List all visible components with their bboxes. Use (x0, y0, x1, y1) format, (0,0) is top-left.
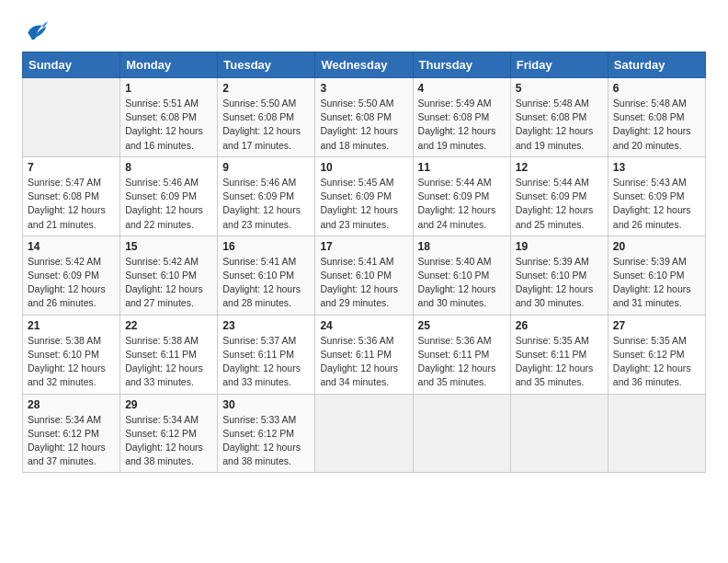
calendar-cell: 19Sunrise: 5:39 AMSunset: 6:10 PMDayligh… (510, 236, 608, 315)
calendar-cell: 9Sunrise: 5:46 AMSunset: 6:09 PMDaylight… (218, 156, 315, 236)
day-number: 21 (28, 319, 115, 332)
column-header-sunday: Sunday (23, 52, 120, 78)
column-header-tuesday: Tuesday (218, 52, 315, 78)
calendar-cell: 30Sunrise: 5:33 AMSunset: 6:12 PMDayligh… (218, 394, 315, 473)
calendar-cell: 3Sunrise: 5:50 AMSunset: 6:08 PMDaylight… (315, 78, 413, 157)
day-number: 14 (28, 240, 115, 253)
calendar-cell: 4Sunrise: 5:49 AMSunset: 6:08 PMDaylight… (413, 78, 510, 157)
column-header-saturday: Saturday (608, 52, 705, 78)
calendar-cell: 10Sunrise: 5:45 AMSunset: 6:09 PMDayligh… (315, 156, 413, 236)
day-info: Sunrise: 5:34 AMSunset: 6:12 PMDaylight:… (28, 413, 115, 469)
day-info: Sunrise: 5:44 AMSunset: 6:09 PMDaylight:… (418, 176, 506, 232)
day-info: Sunrise: 5:50 AMSunset: 6:08 PMDaylight:… (222, 97, 310, 153)
day-info: Sunrise: 5:47 AMSunset: 6:08 PMDaylight:… (28, 176, 115, 232)
day-info: Sunrise: 5:38 AMSunset: 6:11 PMDaylight:… (125, 334, 212, 390)
calendar-cell (413, 394, 510, 473)
calendar-cell: 28Sunrise: 5:34 AMSunset: 6:12 PMDayligh… (23, 394, 120, 473)
day-info: Sunrise: 5:42 AMSunset: 6:09 PMDaylight:… (28, 255, 115, 311)
calendar-cell: 18Sunrise: 5:40 AMSunset: 6:10 PMDayligh… (413, 236, 510, 315)
calendar-cell (23, 78, 120, 157)
calendar-cell: 20Sunrise: 5:39 AMSunset: 6:10 PMDayligh… (608, 236, 705, 315)
calendar-cell: 5Sunrise: 5:48 AMSunset: 6:08 PMDaylight… (510, 78, 608, 157)
day-info: Sunrise: 5:44 AMSunset: 6:09 PMDaylight:… (516, 176, 603, 232)
day-info: Sunrise: 5:46 AMSunset: 6:09 PMDaylight:… (222, 176, 310, 232)
day-info: Sunrise: 5:40 AMSunset: 6:10 PMDaylight:… (418, 255, 506, 311)
calendar-cell: 8Sunrise: 5:46 AMSunset: 6:09 PMDaylight… (120, 156, 218, 236)
day-number: 10 (320, 161, 407, 174)
calendar-cell: 22Sunrise: 5:38 AMSunset: 6:11 PMDayligh… (120, 315, 218, 394)
day-info: Sunrise: 5:48 AMSunset: 6:08 PMDaylight:… (516, 97, 603, 153)
day-number: 5 (516, 82, 603, 95)
day-number: 22 (125, 319, 212, 332)
day-number: 9 (222, 161, 310, 174)
calendar-week-row: 14Sunrise: 5:42 AMSunset: 6:09 PMDayligh… (23, 236, 706, 315)
day-number: 8 (125, 161, 212, 174)
calendar-table: SundayMondayTuesdayWednesdayThursdayFrid… (22, 52, 706, 473)
day-info: Sunrise: 5:36 AMSunset: 6:11 PMDaylight:… (320, 334, 407, 390)
day-info: Sunrise: 5:45 AMSunset: 6:09 PMDaylight:… (320, 176, 407, 232)
calendar-cell: 26Sunrise: 5:35 AMSunset: 6:11 PMDayligh… (510, 315, 608, 394)
calendar-cell: 17Sunrise: 5:41 AMSunset: 6:10 PMDayligh… (315, 236, 413, 315)
calendar-cell: 23Sunrise: 5:37 AMSunset: 6:11 PMDayligh… (218, 315, 315, 394)
day-info: Sunrise: 5:34 AMSunset: 6:12 PMDaylight:… (125, 413, 212, 469)
day-number: 19 (516, 240, 603, 253)
calendar-week-row: 21Sunrise: 5:38 AMSunset: 6:10 PMDayligh… (23, 315, 706, 394)
day-number: 16 (222, 240, 310, 253)
calendar-week-row: 28Sunrise: 5:34 AMSunset: 6:12 PMDayligh… (23, 394, 706, 473)
day-number: 20 (613, 240, 700, 253)
day-number: 6 (613, 82, 700, 95)
calendar-cell (315, 394, 413, 473)
day-info: Sunrise: 5:33 AMSunset: 6:12 PMDaylight:… (222, 413, 310, 469)
calendar-cell: 2Sunrise: 5:50 AMSunset: 6:08 PMDaylight… (218, 78, 315, 157)
calendar-week-row: 1Sunrise: 5:51 AMSunset: 6:08 PMDaylight… (23, 78, 706, 157)
day-number: 7 (28, 161, 115, 174)
day-info: Sunrise: 5:38 AMSunset: 6:10 PMDaylight:… (28, 334, 115, 390)
day-number: 2 (222, 82, 310, 95)
day-info: Sunrise: 5:35 AMSunset: 6:12 PMDaylight:… (613, 334, 700, 390)
calendar-cell: 7Sunrise: 5:47 AMSunset: 6:08 PMDaylight… (23, 156, 120, 236)
day-info: Sunrise: 5:41 AMSunset: 6:10 PMDaylight:… (320, 255, 407, 311)
day-number: 3 (320, 82, 407, 95)
day-info: Sunrise: 5:37 AMSunset: 6:11 PMDaylight:… (222, 334, 310, 390)
day-number: 12 (516, 161, 603, 174)
day-info: Sunrise: 5:39 AMSunset: 6:10 PMDaylight:… (516, 255, 603, 311)
day-info: Sunrise: 5:35 AMSunset: 6:11 PMDaylight:… (516, 334, 603, 390)
calendar-cell: 15Sunrise: 5:42 AMSunset: 6:10 PMDayligh… (120, 236, 218, 315)
day-number: 28 (28, 398, 115, 411)
column-header-thursday: Thursday (413, 52, 510, 78)
calendar-cell (608, 394, 705, 473)
day-info: Sunrise: 5:42 AMSunset: 6:10 PMDaylight:… (125, 255, 212, 311)
day-info: Sunrise: 5:46 AMSunset: 6:09 PMDaylight:… (125, 176, 212, 232)
calendar-cell: 14Sunrise: 5:42 AMSunset: 6:09 PMDayligh… (23, 236, 120, 315)
logo-bird-icon (22, 18, 48, 44)
day-info: Sunrise: 5:39 AMSunset: 6:10 PMDaylight:… (613, 255, 700, 311)
day-number: 13 (613, 161, 700, 174)
day-info: Sunrise: 5:41 AMSunset: 6:10 PMDaylight:… (222, 255, 310, 311)
calendar-week-row: 7Sunrise: 5:47 AMSunset: 6:08 PMDaylight… (23, 156, 706, 236)
day-info: Sunrise: 5:50 AMSunset: 6:08 PMDaylight:… (320, 97, 407, 153)
column-header-monday: Monday (120, 52, 218, 78)
day-number: 15 (125, 240, 212, 253)
calendar-cell: 6Sunrise: 5:48 AMSunset: 6:08 PMDaylight… (608, 78, 705, 157)
day-info: Sunrise: 5:49 AMSunset: 6:08 PMDaylight:… (418, 97, 506, 153)
page-header (22, 18, 706, 44)
calendar-cell (510, 394, 608, 473)
column-header-wednesday: Wednesday (315, 52, 413, 78)
day-info: Sunrise: 5:48 AMSunset: 6:08 PMDaylight:… (613, 97, 700, 153)
day-info: Sunrise: 5:36 AMSunset: 6:11 PMDaylight:… (418, 334, 506, 390)
day-number: 25 (418, 319, 506, 332)
calendar-cell: 12Sunrise: 5:44 AMSunset: 6:09 PMDayligh… (510, 156, 608, 236)
column-header-friday: Friday (510, 52, 608, 78)
calendar-cell: 24Sunrise: 5:36 AMSunset: 6:11 PMDayligh… (315, 315, 413, 394)
calendar-cell: 11Sunrise: 5:44 AMSunset: 6:09 PMDayligh… (413, 156, 510, 236)
day-number: 29 (125, 398, 212, 411)
calendar-cell: 27Sunrise: 5:35 AMSunset: 6:12 PMDayligh… (608, 315, 705, 394)
calendar-cell: 13Sunrise: 5:43 AMSunset: 6:09 PMDayligh… (608, 156, 705, 236)
day-info: Sunrise: 5:51 AMSunset: 6:08 PMDaylight:… (125, 97, 212, 153)
calendar-cell: 1Sunrise: 5:51 AMSunset: 6:08 PMDaylight… (120, 78, 218, 157)
logo (22, 18, 51, 44)
day-info: Sunrise: 5:43 AMSunset: 6:09 PMDaylight:… (613, 176, 700, 232)
calendar-cell: 16Sunrise: 5:41 AMSunset: 6:10 PMDayligh… (218, 236, 315, 315)
day-number: 4 (418, 82, 506, 95)
day-number: 24 (320, 319, 407, 332)
